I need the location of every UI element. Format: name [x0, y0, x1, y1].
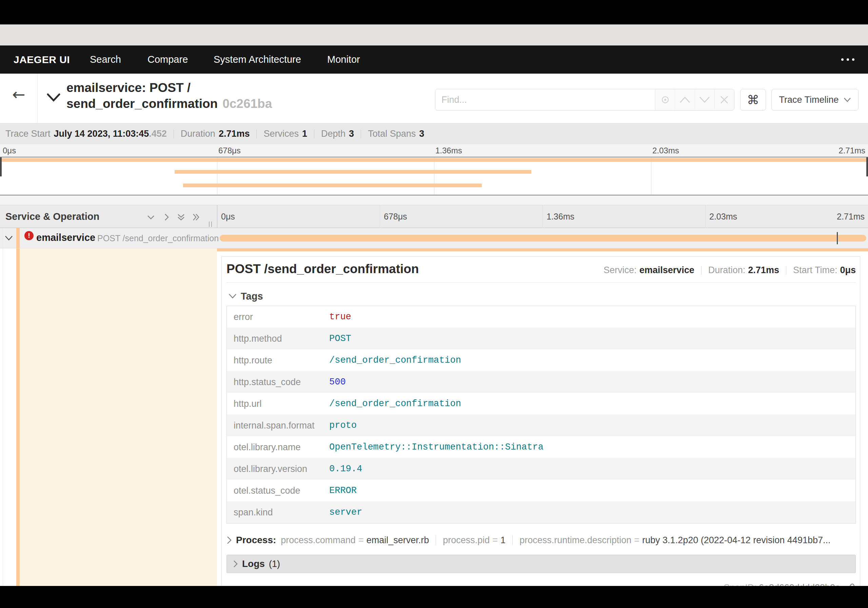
detail-service-value: emailservice	[640, 265, 694, 275]
services-count: 1	[302, 129, 307, 139]
detail-span-bar	[217, 248, 868, 252]
nav-overflow-ellipsis-icon[interactable]	[841, 45, 854, 74]
span-operation-name: POST /send_order_confirmation	[97, 233, 219, 243]
span-detail-title: POST /send_order_confirmation	[226, 262, 419, 276]
window-titlebar	[0, 25, 868, 45]
trace-view-selector-button[interactable]: Trace Timeline	[771, 89, 859, 110]
minimap-span-bar	[2, 158, 866, 162]
tag-row: otel.library.version0.19.4	[227, 458, 856, 480]
minimap-scrubber-right[interactable]	[866, 157, 868, 176]
tag-row: http.route/send_order_confirmation	[227, 350, 856, 371]
timeline-tick: 2.03ms	[709, 205, 737, 228]
trace-id: 0c261ba	[222, 97, 272, 110]
jaeger-logo-link[interactable]: JAEGER UI	[14, 45, 70, 74]
timeline-minimap: 0μs 678μs 1.36ms 2.03ms 2.71ms	[0, 144, 868, 205]
chevron-down-icon	[228, 294, 237, 299]
trace-title: emailservice: POST / send_order_confirma…	[67, 80, 272, 112]
span-color-strip	[16, 228, 20, 248]
trace-start-value: July 14 2023, 11:03:45	[54, 129, 149, 139]
timeline-tick: 0μs	[221, 205, 235, 228]
expand-all-double-chevron-right-icon[interactable]	[190, 211, 202, 223]
span-duration-bar[interactable]	[220, 235, 866, 241]
collapse-all-double-chevron-down-icon[interactable]	[175, 211, 187, 223]
trace-page-header: ← emailservice: POST / send_order_confir…	[0, 74, 868, 123]
clear-search-x-icon[interactable]	[715, 89, 734, 110]
detail-start-time-value: 0μs	[840, 265, 856, 275]
timeline-column-header: Service & Operation 0μs 678μs 1.36ms 2.0…	[0, 205, 868, 228]
minimap-canvas[interactable]	[0, 157, 868, 196]
tag-row: internal.span.formatproto	[227, 415, 856, 436]
detail-divider	[226, 282, 856, 283]
span-row[interactable]: ! emailservice POST /send_order_confirma…	[0, 228, 868, 248]
duration-value: 2.71ms	[219, 129, 250, 139]
letterbox-bottom	[0, 586, 868, 608]
top-navbar: JAEGER UI Search Compare System Architec…	[0, 45, 868, 74]
tag-row: http.status_code500	[227, 371, 856, 393]
keyboard-shortcuts-button[interactable]: ⌘	[740, 89, 766, 110]
minimap-span-bar	[183, 183, 482, 187]
nav-item-monitor[interactable]: Monitor	[327, 45, 360, 74]
column-resizer-handle[interactable]	[209, 222, 212, 227]
span-service-name: emailservice	[36, 232, 95, 243]
minimap-scrubber-left[interactable]	[0, 157, 2, 176]
tags-table: errortrue http.methodPOST http.route/sen…	[226, 306, 856, 524]
timeline-tick: 2.71ms	[837, 205, 865, 228]
span-log-marker[interactable]	[837, 232, 838, 244]
command-icon: ⌘	[747, 93, 759, 107]
error-icon: !	[25, 231, 34, 240]
header-divider	[37, 74, 38, 123]
chevron-right-icon	[226, 536, 232, 544]
span-timeline-area	[217, 228, 868, 248]
tag-row: errortrue	[227, 306, 856, 328]
row-edge-guide	[3, 228, 3, 586]
minimap-gridline	[434, 157, 434, 195]
total-spans-count: 3	[419, 129, 424, 139]
minimap-gridline	[217, 157, 217, 195]
minimap-tick-labels: 0μs 678μs 1.36ms 2.03ms 2.71ms	[0, 146, 868, 156]
detail-color-strip	[16, 248, 20, 608]
tag-row: otel.status_codeERROR	[227, 480, 856, 501]
tag-row: span.kindserver	[227, 501, 856, 523]
detail-left-column	[20, 248, 217, 608]
tag-row: http.url/send_order_confirmation	[227, 393, 856, 415]
logs-accordion-toggle[interactable]: Logs (1)	[226, 555, 856, 573]
timeline-tick: 678μs	[384, 205, 407, 228]
tag-row: http.methodPOST	[227, 328, 856, 350]
timeline-tick: 1.36ms	[547, 205, 574, 228]
collapse-one-chevron-down-icon[interactable]	[145, 211, 157, 223]
depth-value: 3	[349, 129, 354, 139]
nav-item-system-architecture[interactable]: System Architecture	[214, 45, 301, 74]
chevron-down-icon	[843, 97, 851, 102]
nav-item-compare[interactable]: Compare	[147, 45, 188, 74]
tag-row: otel.library.nameOpenTelemetry::Instrume…	[227, 436, 856, 458]
find-toolbar	[435, 89, 735, 110]
next-result-chevron-down-icon[interactable]	[695, 89, 715, 110]
chevron-right-icon	[233, 560, 238, 568]
detail-duration-value: 2.71ms	[748, 265, 779, 275]
span-detail-panel: POST /send_order_confirmation Service:em…	[222, 256, 860, 608]
expand-one-chevron-right-icon[interactable]	[161, 211, 172, 223]
focus-match-icon[interactable]	[655, 89, 675, 110]
back-arrow-icon[interactable]: ←	[12, 85, 25, 104]
collapse-trace-chevron-down-icon[interactable]	[47, 93, 60, 102]
process-accordion-toggle[interactable]: Process: process.command=email_server.rb…	[226, 532, 856, 548]
span-detail-header: POST /send_order_confirmation Service:em…	[226, 262, 856, 276]
letterbox-top	[0, 0, 868, 25]
find-input[interactable]	[436, 89, 655, 110]
prev-result-chevron-up-icon[interactable]	[675, 89, 694, 110]
nav-item-search[interactable]: Search	[90, 45, 121, 74]
trace-summary-bar: Trace Start July 14 2023, 11:03:45 .452 …	[0, 123, 868, 144]
service-operation-header: Service & Operation	[5, 205, 99, 228]
tags-accordion-toggle[interactable]: Tags	[228, 289, 856, 303]
minimap-gridline	[651, 157, 651, 195]
jaeger-trace-screen: JAEGER UI Search Compare System Architec…	[0, 0, 868, 608]
row-collapse-chevron-down-icon[interactable]	[5, 235, 13, 241]
minimap-span-bar	[175, 170, 531, 174]
